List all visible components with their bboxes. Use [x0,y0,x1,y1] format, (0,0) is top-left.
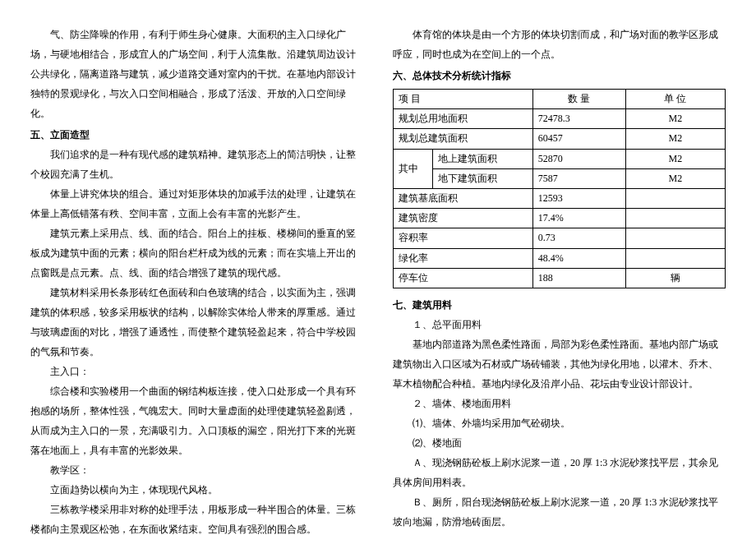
stats-table: 项 目 数 量 单 位 规划总用地面积 72478.3 M2 规划总建筑面积 6… [393,89,726,288]
subhead-main-entrance: 主入口： [30,362,363,381]
heading-7: 七、建筑用料 [393,295,726,315]
para-7-1: 基地内部道路为黑色柔性路面，局部为彩色柔性路面。基地内部广场或建筑物出入口区域为… [393,334,726,394]
cell-unit [625,228,725,248]
cell-qty: 188 [532,268,625,288]
para-7-2-A: Ａ、现浇钢筋砼板上刷水泥浆一道，20 厚 1:3 水泥砂浆找平层，其余见具体房间… [393,453,726,492]
subhead-7-2: ２、墙体、楼地面用料 [393,394,726,413]
col-qty: 数 量 [532,90,625,109]
cell-qty: 72478.3 [532,109,625,129]
subhead-7-3: ⑶ 屋面 [393,532,726,535]
subhead-7-1: １、总平面用料 [393,315,726,334]
cell-qty: 17.4% [532,209,625,228]
cell-sublabel: 地下建筑面积 [433,168,532,188]
para-sports-1: 体育馆的体块是由一个方形的体块切割而成，和广场对面的教学区形成呼应，同时也成为在… [393,25,726,64]
cell-sublabel: 地上建筑面积 [433,149,532,168]
para-5-4: 建筑材料采用长条形砖红色面砖和白色玻璃的结合，以实面为主，强调建筑的体积感，较多… [30,283,363,362]
cell-unit: M2 [625,129,725,149]
cell-qty: 48.4% [532,248,625,268]
para-7-2-B: Ｂ、厕所，阳台现浇钢筋砼板上刷水泥浆一道，20 厚 1:3 水泥砂浆找平坡向地漏… [393,492,726,532]
para-5-2: 体量上讲究体块的组合。通过对矩形体块的加减手法的处理，让建筑在体量上高低错落有秩… [30,184,363,224]
cell-qty: 60457 [532,129,625,149]
cell-unit: 辆 [625,268,725,288]
cell-label: 绿化率 [394,248,533,268]
cell-group-label: 其中 [394,149,433,188]
table-row: 规划总用地面积 72478.3 M2 [394,109,726,129]
table-row: 规划总建筑面积 60457 M2 [394,129,726,149]
table-row: 地下建筑面积 7587 M2 [394,168,726,188]
subhead-teaching: 教学区： [30,460,363,480]
cell-unit: M2 [625,168,725,188]
cell-unit [625,248,725,268]
cell-qty: 0.73 [532,228,625,248]
col-unit: 单 位 [625,90,725,109]
para-7-2-1: ⑴、墙体、外墙均采用加气砼砌块。 [393,413,726,433]
cell-qty: 12593 [532,188,625,208]
para-main-entrance: 综合楼和实验楼用一个曲面的钢结构板连接，使入口处形成一个具有环抱感的场所，整体性… [30,381,363,460]
cell-label: 容积率 [394,228,533,248]
col-item: 项 目 [394,90,533,109]
para-teaching-1: 立面趋势以横向为主，体现现代风格。 [30,480,363,500]
cell-label: 建筑密度 [394,209,533,228]
table-header-row: 项 目 数 量 单 位 [394,90,726,109]
cell-label: 规划总建筑面积 [394,129,533,149]
table-row: 绿化率 48.4% [394,248,726,268]
cell-label: 停车位 [394,268,533,288]
cell-label: 规划总用地面积 [394,109,533,129]
right-column: 体育馆的体块是由一个方形的体块切割而成，和广场对面的教学区形成呼应，同时也成为在… [378,25,735,519]
table-row: 建筑基底面积 12593 [394,188,726,208]
cell-label: 建筑基底面积 [394,188,533,208]
para-intro-continued: 气、防尘降噪的作用，有利于师生身心健康。大面积的主入口绿化广场，与硬地相结合，形… [30,25,363,123]
heading-5: 五、立面造型 [30,125,363,145]
cell-unit [625,209,725,228]
para-7-2-2: ⑵、楼地面 [393,433,726,453]
cell-qty: 7587 [532,168,625,188]
heading-6: 六、总体技术分析统计指标 [393,66,726,85]
table-row: 容积率 0.73 [394,228,726,248]
cell-unit: M2 [625,109,725,129]
para-5-3: 建筑元素上采用点、线、面的结合。阳台上的挂板、楼梯间的垂直的竖板成为建筑中面的元… [30,224,363,283]
cell-unit: M2 [625,149,725,168]
cell-unit [625,188,725,208]
table-row: 停车位 188 辆 [394,268,726,288]
para-5-1: 我们追求的是一种有现代感的建筑精神。建筑形态上的简洁明快，让整个校园充满了生机。 [30,145,363,184]
para-teaching-2: 三栋教学楼采用非对称的处理手法，用板形成一种半围合的体量。三栋楼都向主景观区松弛… [30,500,363,535]
table-row: 其中 地上建筑面积 52870 M2 [394,149,726,168]
left-column: 气、防尘降噪的作用，有利于师生身心健康。大面积的主入口绿化广场，与硬地相结合，形… [21,25,378,519]
table-row: 建筑密度 17.4% [394,209,726,228]
cell-qty: 52870 [532,149,625,168]
